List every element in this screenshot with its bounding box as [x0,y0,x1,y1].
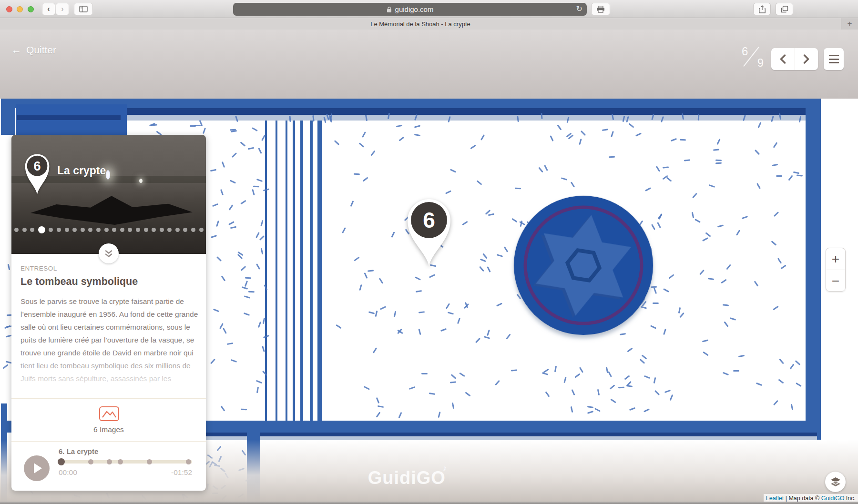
carousel-dot[interactable] [22,228,27,232]
plan-dash [450,381,456,383]
plan-dash [414,125,420,128]
zoom-in-button[interactable]: + [826,248,845,270]
carousel-dot[interactable] [183,228,187,232]
audio-chapter-marker[interactable] [107,459,112,464]
plan-dash [241,266,246,271]
plan-dash [571,406,573,413]
plan-dash [495,380,500,386]
carousel-dot[interactable] [136,228,140,232]
carousel-dot[interactable] [81,228,85,232]
plan-dash [256,387,258,393]
audio-playhead[interactable] [58,458,65,465]
plan-dash [256,380,262,384]
audio-chapter-marker[interactable] [88,459,93,464]
audio-progress-bar[interactable] [59,460,192,464]
carousel-dot[interactable] [167,228,172,232]
minimize-window-button[interactable] [17,6,23,12]
audio-chapter-marker[interactable] [118,459,123,464]
carousel-dot[interactable] [191,228,195,232]
carousel-dot[interactable] [160,228,164,232]
plan-dash [440,328,447,332]
audio-chapter-marker[interactable] [186,459,191,464]
plan-dash [670,138,676,141]
plan-dash [5,334,11,337]
close-window-button[interactable] [6,6,12,12]
carousel-dot[interactable] [49,228,53,232]
carousel-dot[interactable] [96,228,101,232]
reload-icon[interactable]: ↻ [576,4,582,13]
carousel-dot[interactable] [104,228,109,232]
carousel-dot[interactable] [199,228,204,232]
previous-station-button[interactable] [771,48,795,70]
plan-dash [213,308,219,312]
carousel-dot[interactable] [112,228,116,232]
quit-tour-button[interactable]: ← Quitter [11,44,56,56]
carousel-dot[interactable] [175,228,180,232]
plan-dash [773,142,777,148]
plan-dash [602,129,608,131]
station-nav-group [771,48,818,70]
play-button[interactable] [24,455,50,481]
page-total: 9 [757,56,764,70]
carousel-dot[interactable] [88,228,92,232]
audio-elapsed-time: 00:00 [59,468,77,477]
plan-shape [247,421,260,504]
carousel-dot[interactable] [120,228,124,232]
plan-dash [611,131,614,137]
plan-dash [448,312,454,314]
address-bar[interactable]: guidigo.com ↻ [233,3,587,16]
carousel-dot[interactable] [152,228,156,232]
plan-dash [334,140,340,145]
station-carousel-dots[interactable] [14,225,205,234]
carousel-dot[interactable] [14,228,19,232]
browser-forward-button[interactable]: › [56,3,69,15]
audio-remaining-time: -01:52 [171,468,192,477]
station-photo[interactable]: 6 La crypte [11,135,206,254]
tab-memorial-shoah[interactable]: Le Mémorial de la Shoah - La crypte [0,18,841,30]
station-6-map-marker[interactable]: 6 [403,193,455,269]
images-section[interactable]: 6 Images [11,399,206,441]
carousel-dot[interactable] [38,226,45,233]
plan-dash [716,139,720,145]
plan-dash [261,220,264,226]
share-button[interactable] [753,3,771,15]
back-arrow-icon: ← [11,44,21,56]
plan-dash [709,184,715,187]
tab-overview-button[interactable] [776,3,793,15]
browser-back-button[interactable]: ‹ [42,3,55,15]
tour-menu-button[interactable] [824,48,844,70]
plan-dash [418,329,421,335]
plan-dash [370,150,375,156]
window-bottom-edge [0,502,858,504]
next-station-button[interactable] [795,48,818,70]
plan-dash [457,318,460,324]
layers-icon [830,477,841,487]
fullscreen-window-button[interactable] [28,6,34,12]
plan-dash [218,456,222,462]
plan-dash [6,361,12,364]
carousel-dot[interactable] [30,228,34,232]
carousel-dot[interactable] [57,228,61,232]
plan-dash [609,156,615,158]
sidebar-toggle-button[interactable] [74,3,93,15]
plan-dash [736,230,740,236]
plan-dash [409,386,415,390]
new-tab-button[interactable]: + [841,18,858,30]
zoom-out-button[interactable]: − [826,270,845,292]
carousel-dot[interactable] [65,228,69,232]
carousel-dot[interactable] [144,228,148,232]
leaflet-link[interactable]: Leaflet [766,495,784,502]
plan-dash [354,257,359,262]
plan-dash [354,173,360,175]
guidigo-link[interactable]: GuidiGO [821,495,845,502]
carousel-dot[interactable] [72,228,77,232]
plan-dash [450,374,456,379]
star-of-david-medallion [514,196,653,335]
expand-card-button[interactable] [99,243,119,263]
carousel-dot[interactable] [128,228,132,232]
plan-dash [772,164,778,166]
map-layers-button[interactable] [825,472,846,492]
audio-chapter-marker[interactable] [147,459,152,464]
plan-dash [703,352,708,356]
print-button[interactable] [591,3,610,15]
